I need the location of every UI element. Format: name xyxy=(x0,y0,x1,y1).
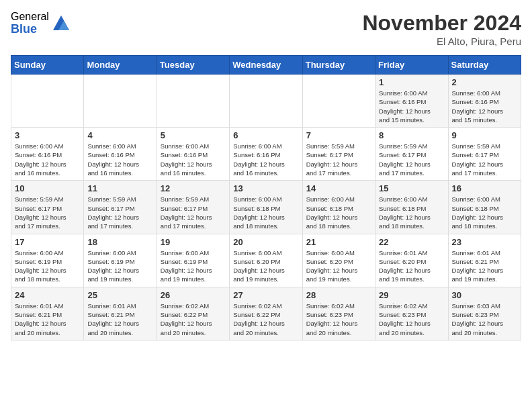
day-info: Sunrise: 5:59 AM Sunset: 6:17 PM Dayligh… xyxy=(379,142,444,177)
day-number: 2 xyxy=(452,77,517,87)
day-info: Sunrise: 6:01 AM Sunset: 6:21 PM Dayligh… xyxy=(15,302,80,337)
day-info: Sunrise: 5:59 AM Sunset: 6:17 PM Dayligh… xyxy=(306,142,371,177)
calendar-cell: 17Sunrise: 6:00 AM Sunset: 6:19 PM Dayli… xyxy=(11,234,84,287)
day-number: 6 xyxy=(233,130,298,140)
calendar-day-header: Monday xyxy=(84,56,157,75)
calendar-cell xyxy=(84,75,157,128)
day-number: 29 xyxy=(379,290,444,300)
day-number: 21 xyxy=(306,237,371,247)
day-info: Sunrise: 5:59 AM Sunset: 6:17 PM Dayligh… xyxy=(15,195,80,230)
calendar-week-row: 24Sunrise: 6:01 AM Sunset: 6:21 PM Dayli… xyxy=(11,287,521,340)
day-info: Sunrise: 6:00 AM Sunset: 6:16 PM Dayligh… xyxy=(15,142,80,177)
day-info: Sunrise: 6:01 AM Sunset: 6:20 PM Dayligh… xyxy=(379,248,444,284)
day-info: Sunrise: 6:00 AM Sunset: 6:19 PM Dayligh… xyxy=(161,248,226,284)
day-info: Sunrise: 6:03 AM Sunset: 6:23 PM Dayligh… xyxy=(452,302,517,337)
calendar-week-row: 10Sunrise: 5:59 AM Sunset: 6:17 PM Dayli… xyxy=(11,181,521,234)
calendar: SundayMondayTuesdayWednesdayThursdayFrid… xyxy=(11,55,521,340)
calendar-cell: 5Sunrise: 6:00 AM Sunset: 6:16 PM Daylig… xyxy=(157,128,229,181)
day-number: 28 xyxy=(306,290,371,300)
calendar-cell: 26Sunrise: 6:02 AM Sunset: 6:22 PM Dayli… xyxy=(157,287,229,340)
day-number: 5 xyxy=(161,130,226,140)
logo-icon xyxy=(52,14,71,33)
day-number: 23 xyxy=(452,237,517,247)
calendar-cell: 15Sunrise: 6:00 AM Sunset: 6:18 PM Dayli… xyxy=(375,181,448,234)
day-number: 9 xyxy=(452,130,517,140)
day-info: Sunrise: 6:00 AM Sunset: 6:19 PM Dayligh… xyxy=(87,248,152,284)
day-number: 19 xyxy=(161,237,226,247)
day-number: 3 xyxy=(15,130,80,140)
calendar-day-header: Friday xyxy=(375,56,448,75)
day-info: Sunrise: 6:00 AM Sunset: 6:18 PM Dayligh… xyxy=(379,195,444,230)
day-info: Sunrise: 6:00 AM Sunset: 6:19 PM Dayligh… xyxy=(15,248,80,284)
day-number: 10 xyxy=(15,183,80,193)
calendar-cell: 20Sunrise: 6:00 AM Sunset: 6:20 PM Dayli… xyxy=(230,234,302,287)
calendar-cell: 14Sunrise: 6:00 AM Sunset: 6:18 PM Dayli… xyxy=(302,181,375,234)
calendar-cell: 25Sunrise: 6:01 AM Sunset: 6:21 PM Dayli… xyxy=(84,287,157,340)
day-info: Sunrise: 6:00 AM Sunset: 6:16 PM Dayligh… xyxy=(87,142,152,177)
calendar-cell: 11Sunrise: 5:59 AM Sunset: 6:17 PM Dayli… xyxy=(84,181,157,234)
calendar-day-header: Saturday xyxy=(448,56,521,75)
calendar-cell: 29Sunrise: 6:02 AM Sunset: 6:23 PM Dayli… xyxy=(375,287,448,340)
day-number: 16 xyxy=(452,183,517,193)
calendar-cell: 22Sunrise: 6:01 AM Sunset: 6:20 PM Dayli… xyxy=(375,234,448,287)
calendar-cell: 18Sunrise: 6:00 AM Sunset: 6:19 PM Dayli… xyxy=(84,234,157,287)
calendar-header-row: SundayMondayTuesdayWednesdayThursdayFrid… xyxy=(11,56,521,75)
day-number: 22 xyxy=(379,237,444,247)
calendar-cell: 23Sunrise: 6:01 AM Sunset: 6:21 PM Dayli… xyxy=(448,234,521,287)
day-info: Sunrise: 6:00 AM Sunset: 6:18 PM Dayligh… xyxy=(452,195,517,230)
day-number: 14 xyxy=(306,183,371,193)
day-info: Sunrise: 5:59 AM Sunset: 6:17 PM Dayligh… xyxy=(452,142,517,177)
calendar-week-row: 1Sunrise: 6:00 AM Sunset: 6:16 PM Daylig… xyxy=(11,75,521,128)
day-number: 18 xyxy=(87,237,152,247)
day-number: 12 xyxy=(161,183,226,193)
day-info: Sunrise: 6:00 AM Sunset: 6:20 PM Dayligh… xyxy=(233,248,298,284)
day-info: Sunrise: 6:00 AM Sunset: 6:18 PM Dayligh… xyxy=(306,195,371,230)
calendar-cell: 2Sunrise: 6:00 AM Sunset: 6:16 PM Daylig… xyxy=(448,75,521,128)
day-number: 8 xyxy=(379,130,444,140)
calendar-cell: 9Sunrise: 5:59 AM Sunset: 6:17 PM Daylig… xyxy=(448,128,521,181)
calendar-cell xyxy=(157,75,229,128)
day-info: Sunrise: 6:02 AM Sunset: 6:23 PM Dayligh… xyxy=(306,302,371,337)
title-block: November 2024 El Alto, Piura, Peru xyxy=(362,11,521,47)
day-number: 17 xyxy=(15,237,80,247)
day-number: 20 xyxy=(233,237,298,247)
day-info: Sunrise: 6:02 AM Sunset: 6:23 PM Dayligh… xyxy=(379,302,444,337)
day-info: Sunrise: 6:02 AM Sunset: 6:22 PM Dayligh… xyxy=(161,302,226,337)
calendar-week-row: 3Sunrise: 6:00 AM Sunset: 6:16 PM Daylig… xyxy=(11,128,521,181)
calendar-cell: 8Sunrise: 5:59 AM Sunset: 6:17 PM Daylig… xyxy=(375,128,448,181)
calendar-cell: 24Sunrise: 6:01 AM Sunset: 6:21 PM Dayli… xyxy=(11,287,84,340)
day-number: 15 xyxy=(379,183,444,193)
calendar-cell: 28Sunrise: 6:02 AM Sunset: 6:23 PM Dayli… xyxy=(302,287,375,340)
day-info: Sunrise: 6:00 AM Sunset: 6:20 PM Dayligh… xyxy=(306,248,371,284)
calendar-cell xyxy=(11,75,84,128)
day-number: 25 xyxy=(87,290,152,300)
day-info: Sunrise: 6:00 AM Sunset: 6:16 PM Dayligh… xyxy=(161,142,226,177)
calendar-day-header: Sunday xyxy=(11,56,84,75)
calendar-week-row: 17Sunrise: 6:00 AM Sunset: 6:19 PM Dayli… xyxy=(11,234,521,287)
day-number: 26 xyxy=(161,290,226,300)
logo: General Blue xyxy=(11,11,71,36)
calendar-cell: 6Sunrise: 6:00 AM Sunset: 6:16 PM Daylig… xyxy=(230,128,302,181)
calendar-cell xyxy=(230,75,302,128)
day-number: 7 xyxy=(306,130,371,140)
calendar-day-header: Wednesday xyxy=(230,56,302,75)
month-title: November 2024 xyxy=(362,11,521,36)
calendar-day-header: Thursday xyxy=(302,56,375,75)
calendar-cell: 4Sunrise: 6:00 AM Sunset: 6:16 PM Daylig… xyxy=(84,128,157,181)
calendar-cell: 27Sunrise: 6:02 AM Sunset: 6:22 PM Dayli… xyxy=(230,287,302,340)
day-info: Sunrise: 6:00 AM Sunset: 6:16 PM Dayligh… xyxy=(379,89,444,124)
calendar-cell: 10Sunrise: 5:59 AM Sunset: 6:17 PM Dayli… xyxy=(11,181,84,234)
day-info: Sunrise: 6:01 AM Sunset: 6:21 PM Dayligh… xyxy=(87,302,152,337)
day-number: 11 xyxy=(87,183,152,193)
logo-blue: Blue xyxy=(11,23,49,36)
day-info: Sunrise: 6:02 AM Sunset: 6:22 PM Dayligh… xyxy=(233,302,298,337)
calendar-cell: 13Sunrise: 6:00 AM Sunset: 6:18 PM Dayli… xyxy=(230,181,302,234)
day-number: 24 xyxy=(15,290,80,300)
day-number: 4 xyxy=(87,130,152,140)
page-header: General Blue November 2024 El Alto, Piur… xyxy=(11,11,521,47)
calendar-cell: 16Sunrise: 6:00 AM Sunset: 6:18 PM Dayli… xyxy=(448,181,521,234)
location: El Alto, Piura, Peru xyxy=(362,36,521,47)
calendar-cell: 19Sunrise: 6:00 AM Sunset: 6:19 PM Dayli… xyxy=(157,234,229,287)
day-number: 27 xyxy=(233,290,298,300)
calendar-cell: 3Sunrise: 6:00 AM Sunset: 6:16 PM Daylig… xyxy=(11,128,84,181)
